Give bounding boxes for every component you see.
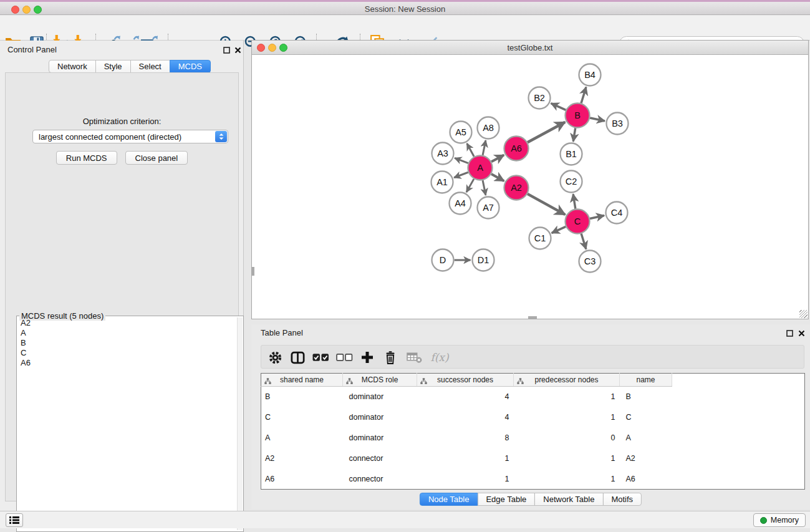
- edge-A-A4[interactable]: [466, 179, 474, 192]
- mcds-result-item[interactable]: A: [17, 328, 236, 338]
- add-column-button[interactable]: [359, 346, 376, 369]
- edge-C-C4[interactable]: [590, 215, 604, 218]
- table-cell[interactable]: C: [620, 407, 672, 428]
- table-cell[interactable]: 1: [514, 469, 620, 490]
- table-cell[interactable]: B: [261, 387, 343, 407]
- mcds-result-item[interactable]: A6: [17, 358, 236, 368]
- tab-network-table[interactable]: Network Table: [534, 493, 603, 506]
- edge-A-A3[interactable]: [455, 158, 468, 163]
- close-icon: [234, 47, 241, 54]
- table-cell[interactable]: 0: [514, 428, 620, 448]
- mcds-result-item[interactable]: C: [17, 348, 236, 358]
- tab-style[interactable]: Style: [95, 60, 131, 73]
- toggle-columns-button[interactable]: [289, 346, 306, 369]
- network-canvas[interactable]: B4B2BB3A5A8A6A3B1AA1C2A2A4A7C4CC1DD1C3: [252, 55, 808, 319]
- close-panel-action-button[interactable]: Close panel: [125, 151, 188, 165]
- mcds-result-item[interactable]: B: [17, 338, 236, 348]
- column-header-predecessor-nodes[interactable]: predecessor nodes: [514, 374, 620, 387]
- table-cell[interactable]: 1: [417, 448, 514, 469]
- unchecked-checkboxes-icon: [336, 352, 353, 362]
- edge-A-A5[interactable]: [467, 143, 474, 157]
- edge-A-A1[interactable]: [454, 172, 468, 178]
- column-header-name[interactable]: name: [620, 374, 672, 387]
- column-header-mcds-role[interactable]: MCDS role: [343, 374, 417, 387]
- table-cell[interactable]: A6: [620, 469, 672, 490]
- edge-A2-C[interactable]: [528, 194, 565, 215]
- table-cell[interactable]: connector: [343, 469, 417, 490]
- node-label-B2: B2: [534, 93, 545, 103]
- memory-button[interactable]: Memory: [753, 513, 806, 527]
- tab-network[interactable]: Network: [49, 60, 96, 73]
- table-row[interactable]: Cdominator41C: [261, 407, 805, 428]
- table-cell[interactable]: 1: [417, 469, 514, 490]
- table-row[interactable]: A2connector11A2: [261, 448, 805, 469]
- table-options-button[interactable]: [266, 346, 284, 369]
- resize-grip[interactable]: [799, 310, 808, 318]
- control-panel: Control Panel Network Style Select MCDS …: [0, 41, 244, 511]
- table-cell[interactable]: C: [261, 407, 343, 428]
- edge-C-C1[interactable]: [552, 226, 566, 233]
- checked-checkboxes-icon: [312, 352, 329, 362]
- table-cell[interactable]: dominator: [343, 387, 417, 407]
- node-label-A8: A8: [483, 123, 494, 133]
- table-cell[interactable]: 1: [514, 407, 620, 428]
- edge-B-B3[interactable]: [590, 118, 605, 121]
- vertical-scroll-thumb[interactable]: [252, 267, 254, 276]
- table-cell[interactable]: 1: [514, 448, 620, 469]
- table-filler-cell: [672, 448, 805, 469]
- table-row[interactable]: A6connector11A6: [261, 469, 805, 490]
- task-history-button[interactable]: [6, 513, 23, 527]
- table-cell[interactable]: A6: [261, 469, 343, 490]
- table-cell[interactable]: 4: [417, 407, 514, 428]
- horizontal-scroll-thumb[interactable]: [528, 316, 537, 319]
- deselect-all-button[interactable]: [335, 346, 354, 369]
- table-cell[interactable]: B: [620, 387, 672, 407]
- table-row[interactable]: Adominator80A: [261, 428, 805, 448]
- table-float-button[interactable]: [785, 329, 794, 337]
- application-window: Session: New Session: [0, 0, 810, 532]
- table-cell[interactable]: dominator: [343, 428, 417, 448]
- table-close-button[interactable]: [797, 329, 806, 337]
- table-row[interactable]: Bdominator41B: [261, 387, 805, 407]
- edge-A-A7[interactable]: [483, 180, 486, 195]
- table-cell[interactable]: 8: [417, 428, 514, 448]
- result-scrollbar[interactable]: [237, 317, 243, 530]
- delete-table-button[interactable]: [405, 346, 423, 369]
- table-cell[interactable]: A2: [261, 448, 343, 469]
- tab-node-table[interactable]: Node Table: [420, 493, 478, 506]
- tab-mcds[interactable]: MCDS: [170, 60, 211, 73]
- tab-motifs[interactable]: Motifs: [602, 493, 642, 506]
- table-cell[interactable]: connector: [343, 448, 417, 469]
- tab-select[interactable]: Select: [130, 60, 170, 73]
- select-all-button[interactable]: [311, 346, 330, 369]
- hierarchy-icon: [420, 377, 427, 386]
- run-mcds-button[interactable]: Run MCDS: [56, 151, 117, 165]
- criterion-dropdown[interactable]: largest connected component (directed): [32, 130, 228, 143]
- apply-function-button[interactable]: f(x): [428, 346, 451, 369]
- table-cell[interactable]: A2: [620, 448, 672, 469]
- edge-B-B1[interactable]: [573, 128, 575, 142]
- edge-B-B2[interactable]: [551, 104, 566, 110]
- table-cell[interactable]: A: [261, 428, 343, 448]
- table-cell[interactable]: 4: [417, 387, 514, 407]
- mcds-result-item[interactable]: A2: [17, 318, 236, 328]
- edge-A6-B[interactable]: [528, 122, 565, 143]
- tab-edge-table[interactable]: Edge Table: [477, 493, 535, 506]
- table-cell[interactable]: dominator: [343, 407, 417, 428]
- table-filler: [672, 374, 805, 387]
- edge-A-A8[interactable]: [483, 140, 486, 155]
- delete-column-button[interactable]: [382, 346, 398, 369]
- column-header-shared-name[interactable]: shared name: [261, 374, 343, 387]
- edge-A-A6[interactable]: [491, 155, 504, 162]
- hierarchy-icon: [346, 377, 353, 386]
- edge-C-C3[interactable]: [581, 234, 586, 249]
- table-cell[interactable]: A: [620, 428, 672, 448]
- node-label-B3: B3: [612, 118, 623, 128]
- edge-B-B4[interactable]: [581, 87, 586, 104]
- float-panel-button[interactable]: [222, 46, 231, 54]
- edge-C-C2[interactable]: [573, 194, 576, 208]
- table-cell[interactable]: 1: [514, 387, 620, 407]
- edge-A-A2[interactable]: [491, 174, 504, 181]
- column-header-successor-nodes[interactable]: successor nodes: [417, 374, 514, 387]
- close-panel-button[interactable]: [233, 46, 242, 54]
